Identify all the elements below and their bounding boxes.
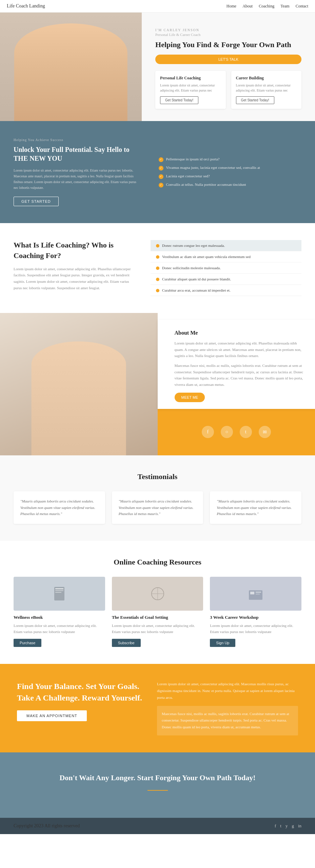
testimonials-section: Testimonials "Mauris aliquam lobortis ar… <box>0 455 315 541</box>
footer-divider <box>147 790 168 791</box>
unlock-item-4: ✓ Convallis at tellus. Nulla porttitor a… <box>159 182 301 188</box>
hero-card2-desc: Lorem ipsum dolor sit amet, consectetur … <box>236 83 297 93</box>
unlock-section: Helping You Achieve Success Unlock Your … <box>0 121 315 223</box>
resource-1-title: Wellness eBook <box>14 615 105 620</box>
nav-contact[interactable]: Contact <box>296 4 308 9</box>
svg-rect-10 <box>256 594 260 594</box>
testimonial-text-1: "Mauris aliquam lobortis arcu cincidunt … <box>20 498 98 517</box>
check-icon-4: ✓ <box>159 183 163 188</box>
bullet-icon-2 <box>156 255 159 259</box>
hero-card1-btn[interactable]: Get Started Today! <box>160 96 198 104</box>
check-icon-2: ✓ <box>159 166 163 171</box>
nav-about[interactable]: About <box>242 4 253 9</box>
cta-section: Find Your Balance. Set Your Goals. Take … <box>0 664 315 752</box>
hero-section: I'M CARLEY JENSON Personal Life & Career… <box>0 13 315 121</box>
about-social-bar: f ○ t ✉ <box>158 409 315 455</box>
resource-1-desc: Lorem ipsum dolor sit amet, consectetur … <box>14 623 105 635</box>
footer-linkedin-icon[interactable]: in <box>298 823 301 829</box>
about-person-shape <box>32 341 126 455</box>
pinterest-icon[interactable]: ○ <box>221 426 233 438</box>
hero-title: Helping You Find & Forge Your Own Path <box>155 40 301 50</box>
resource-img-1 <box>14 577 105 611</box>
resource-1-btn[interactable]: Purchase <box>14 639 41 647</box>
email-icon[interactable]: ✉ <box>259 426 271 438</box>
coaching-right: Donec rutrum congue leo eget malesuada. … <box>151 240 301 296</box>
svg-rect-1 <box>55 588 63 589</box>
footer-google-icon[interactable]: g <box>292 823 294 829</box>
nav-coaching[interactable]: Coaching <box>259 4 274 9</box>
svg-rect-2 <box>55 590 63 591</box>
footer-social: f t y g in <box>275 823 301 829</box>
svg-rect-3 <box>55 592 61 593</box>
hero-card1-title: Personal Life Coaching <box>160 76 221 81</box>
unlock-item-3: ✓ Lacinia eget consectetur sed? <box>159 174 301 179</box>
footer-cta-section: Don't Wait Any Longer. Start Forging You… <box>0 752 315 818</box>
cta-appointment-button[interactable]: MAKE AN APPOINTMENT <box>17 710 87 721</box>
footer: Copyright 2023 All rights reserved f t y… <box>0 818 315 834</box>
workshop-illustration <box>245 584 266 604</box>
hero-subtitle: Personal Life & Career Coach <box>155 33 301 37</box>
hero-cta-button[interactable]: LET'S TALK <box>155 55 301 64</box>
facebook-icon[interactable]: f <box>202 426 214 438</box>
cta-left: Find Your Balance. Set Your Goals. Take … <box>17 681 143 735</box>
check-icon-3: ✓ <box>159 174 163 179</box>
about-desc2: Maecenas fusce nisi, mollis ac nullis, s… <box>175 362 305 388</box>
hero-tag: I'M CARLEY JENSON <box>155 28 301 32</box>
nav-links: Home About Coaching Team Contact <box>227 4 308 9</box>
nav-logo: Life Coach Landing <box>7 3 45 9</box>
about-desc1: Lorem ipsum dolor sit amet, consectetur … <box>175 340 305 359</box>
about-cta-button[interactable]: MEET ME <box>175 393 205 402</box>
resource-3-title: 3 Week Career Workshop <box>210 615 301 620</box>
footer-cta-title: Don't Wait Any Longer. Start Forging You… <box>14 773 301 783</box>
resource-2-btn[interactable]: Subscribe <box>112 639 141 647</box>
testimonials-title: Testimonials <box>14 472 301 481</box>
ebook-illustration <box>49 584 70 604</box>
bullet-icon-5 <box>156 289 159 292</box>
cta-highlight: Maecenas fusce nisi, mollis ac nullis, s… <box>157 706 298 735</box>
goals-illustration <box>147 584 168 604</box>
resource-3-desc: Lorem ipsum dolor sit amet, consectetur … <box>210 623 301 635</box>
resource-img-3 <box>210 577 301 611</box>
about-right: About Me Lorem ipsum dolor sit amet, con… <box>158 313 315 455</box>
svg-rect-8 <box>250 592 254 594</box>
unlock-cta-button[interactable]: GET STARTED <box>14 197 59 206</box>
unlock-item-2: ✓ Vivamus magna justo, lacinia eget cons… <box>159 165 301 171</box>
coaching-title: What Is Life Coaching? Who is Coaching F… <box>14 240 137 261</box>
resources-section: Online Coaching Resources Wellness eBook… <box>0 541 315 664</box>
hero-image <box>0 13 142 121</box>
resources-grid: Wellness eBook Lorem ipsum dolor sit ame… <box>14 577 301 647</box>
coaching-left: What Is Life Coaching? Who is Coaching F… <box>14 240 137 296</box>
unlock-tag: Helping You Achieve Success <box>14 138 142 142</box>
coaching-desc: Lorem ipsum dolor sit amet, consectetur … <box>14 266 137 291</box>
about-section: About Me Lorem ipsum dolor sit amet, con… <box>0 313 315 455</box>
cta-text: Lorem ipsum dolor sit amet, consectetur … <box>157 681 298 701</box>
footer-twitter-icon[interactable]: t <box>280 823 281 829</box>
resource-2: The Essentials of Goal Setting Lorem ips… <box>112 577 203 647</box>
hero-card-career: Career Building Lorem ipsum dolor sit am… <box>231 71 301 109</box>
unlock-desc: Lorem ipsum dolor sit amet, consectetur … <box>14 167 142 191</box>
footer-facebook-icon[interactable]: f <box>275 823 276 829</box>
unlock-title: Unlock Your Full Potential. Say Hello to… <box>14 145 142 163</box>
resource-2-desc: Lorem ipsum dolor sit amet, consectetur … <box>112 623 203 635</box>
resource-3-btn[interactable]: Sign Up <box>210 639 235 647</box>
hero-card-coaching: Personal Life Coaching Lorem ipsum dolor… <box>155 71 225 109</box>
nav-team[interactable]: Team <box>280 4 289 9</box>
cta-right: Lorem ipsum dolor sit amet, consectetur … <box>143 681 298 735</box>
hero-cards: Personal Life Coaching Lorem ipsum dolor… <box>155 71 301 109</box>
resource-img-2 <box>112 577 203 611</box>
footer-youtube-icon[interactable]: y <box>286 823 288 829</box>
nav-home[interactable]: Home <box>227 4 236 9</box>
hero-person-photo <box>0 13 142 121</box>
coaching-list-item-1: Donec rutrum congue leo eget malesuada. <box>151 240 301 251</box>
unlock-item-1: ✓ Pellentesque in ipsum id orci porta? <box>159 157 301 162</box>
unlock-left: Helping You Achieve Success Unlock Your … <box>14 138 152 206</box>
hero-card2-btn[interactable]: Get Started Today! <box>236 96 274 104</box>
testimonial-1: "Mauris aliquam lobortis arcu cincidunt … <box>14 491 105 524</box>
coaching-section: What Is Life Coaching? Who is Coaching F… <box>0 223 315 313</box>
cta-title: Find Your Balance. Set Your Goals. Take … <box>17 681 143 704</box>
twitter-icon[interactable]: t <box>240 426 252 438</box>
resource-1: Wellness eBook Lorem ipsum dolor sit ame… <box>14 577 105 647</box>
testimonial-2: "Mauris aliquam lobortis arcu cincidunt … <box>112 491 203 524</box>
coaching-list-item-2: Vestibulum ac diam sit amet quam vehicul… <box>151 251 301 262</box>
hero-card2-title: Career Building <box>236 76 297 81</box>
